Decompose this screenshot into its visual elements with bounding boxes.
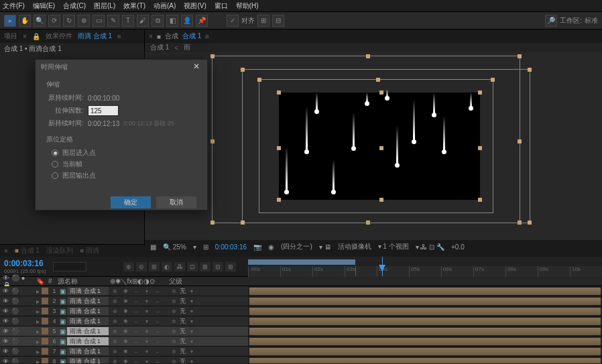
adj-switch[interactable]: ▾: [142, 357, 152, 363]
lock-toggle[interactable]: [20, 347, 28, 355]
solo-toggle[interactable]: ⚫: [11, 357, 19, 363]
parent-value[interactable]: 无: [180, 347, 186, 356]
parent-value[interactable]: 无: [180, 337, 186, 346]
menu-effect[interactable]: 效果(T): [123, 1, 145, 11]
parent-pick[interactable]: ⊚: [169, 307, 178, 315]
active-camera[interactable]: 活动摄像机: [338, 242, 371, 251]
adj-switch[interactable]: ▾: [142, 327, 152, 335]
expand-icon[interactable]: ▸: [36, 328, 40, 335]
3d-switch[interactable]: –: [153, 357, 162, 363]
solo-toggle[interactable]: ⚫: [11, 307, 19, 315]
layer-row[interactable]: 👁 ⚫ ▸ 4 ▣ 雨滴 合成 1 ⊕ ✱ – ▾ – ⊚ 无 ▾: [0, 316, 602, 326]
grid-icon[interactable]: ⊞: [203, 243, 208, 251]
3d-switch[interactable]: –: [153, 287, 162, 295]
adj-switch[interactable]: ▾: [142, 317, 152, 325]
parent-pick[interactable]: ⊚: [169, 287, 178, 295]
expand-icon[interactable]: ▸: [36, 298, 40, 305]
expand-icon[interactable]: ▸: [36, 308, 40, 315]
shy-switch[interactable]: ⊕: [110, 357, 119, 363]
layer-name[interactable]: 雨滴 合成 1: [67, 287, 109, 295]
solo-toggle[interactable]: ⚫: [11, 317, 19, 325]
composition-view[interactable]: [279, 93, 480, 200]
orbit-tool[interactable]: ⟳: [48, 15, 60, 27]
zoom-tool[interactable]: 🔍: [34, 15, 46, 27]
menu-comp[interactable]: 合成(C): [63, 1, 86, 11]
layer-bar[interactable]: [249, 288, 601, 295]
close-button[interactable]: ✕: [191, 62, 202, 72]
expand-icon[interactable]: ▸: [36, 288, 40, 295]
viewer-subtab-2[interactable]: 雨: [184, 43, 190, 52]
3d-switch[interactable]: –: [153, 317, 162, 325]
3d-switch[interactable]: –: [153, 327, 162, 335]
mb-switch[interactable]: –: [131, 307, 141, 315]
mb-switch[interactable]: –: [131, 357, 141, 363]
parent-value[interactable]: 无: [180, 297, 186, 306]
eraser-tool[interactable]: ◧: [166, 15, 178, 27]
adj-switch[interactable]: ▾: [142, 297, 152, 305]
menu-file[interactable]: 文件(F): [3, 1, 25, 11]
menu-view[interactable]: 视图(V): [184, 1, 206, 11]
layer-name[interactable]: 雨滴 合成 1: [67, 297, 109, 305]
adj-switch[interactable]: ▾: [142, 337, 152, 345]
radio-out-point[interactable]: [52, 172, 58, 179]
monitor-icon[interactable]: ▾ 🖥: [319, 243, 331, 251]
fx-switch[interactable]: ✱: [121, 287, 130, 295]
col-num[interactable]: #: [48, 278, 52, 285]
expand-icon[interactable]: ▸: [36, 338, 40, 345]
pen-tool[interactable]: ✎: [107, 15, 119, 27]
menu-help[interactable]: 帮助(H): [236, 1, 259, 11]
label-color[interactable]: [42, 308, 48, 314]
ok-button[interactable]: 确定: [111, 196, 151, 208]
shy-switch[interactable]: ⊕: [110, 317, 119, 325]
snap-opt-2[interactable]: ⊟: [272, 15, 284, 27]
parent-pick[interactable]: ⊚: [169, 357, 178, 363]
mb-switch[interactable]: –: [131, 287, 141, 295]
roto-tool[interactable]: 👤: [181, 15, 193, 27]
lock-toggle[interactable]: [20, 337, 28, 345]
lock-toggle[interactable]: [20, 307, 28, 315]
work-area-end[interactable]: [355, 266, 356, 276]
search-icon[interactable]: 🔎: [545, 15, 557, 27]
tl-icon[interactable]: ⊞: [149, 262, 160, 271]
layer-name[interactable]: 雨滴 合成 1: [67, 307, 109, 315]
adj-switch[interactable]: ▾: [142, 347, 152, 355]
layer-row[interactable]: 👁 ⚫ ▸ 6 ▣ 雨滴 合成 1 ⊕ ✱ – ▾ – ⊚ 无 ▾: [0, 337, 602, 347]
parent-pick[interactable]: ⊚: [169, 297, 178, 305]
expand-icon[interactable]: ▸: [36, 358, 40, 364]
label-color[interactable]: [42, 358, 48, 363]
solo-toggle[interactable]: ⚫: [11, 287, 19, 295]
lock-toggle[interactable]: [20, 317, 28, 325]
camera-icon[interactable]: 📷: [253, 243, 261, 251]
radio-current-frame[interactable]: [52, 161, 58, 168]
expand-icon[interactable]: ▸: [36, 348, 40, 355]
workspace-value[interactable]: 标准: [585, 16, 598, 25]
solo-toggle[interactable]: ⚫: [11, 347, 19, 355]
shy-switch[interactable]: ⊕: [110, 327, 119, 335]
layer-bar[interactable]: [249, 308, 601, 315]
radio-in-point[interactable]: [52, 149, 58, 156]
fx-switch[interactable]: ✱: [121, 327, 130, 335]
playhead[interactable]: [382, 257, 383, 276]
label-color[interactable]: [42, 288, 48, 294]
text-tool[interactable]: T: [122, 15, 134, 27]
resolution[interactable]: (四分之一): [281, 242, 312, 251]
layer-bar[interactable]: [249, 338, 601, 345]
parent-pick[interactable]: ⊚: [169, 317, 178, 325]
label-color[interactable]: [42, 348, 48, 355]
view-opts[interactable]: ▾ 🖧 ⊡ 🔧: [416, 243, 444, 251]
parent-value[interactable]: 无: [180, 317, 186, 326]
layer-bar[interactable]: [249, 318, 601, 325]
parent-value[interactable]: 无: [180, 287, 186, 296]
visibility-toggle[interactable]: 👁: [1, 307, 9, 315]
menu-window[interactable]: 窗口: [215, 1, 228, 11]
visibility-toggle[interactable]: 👁: [1, 327, 9, 335]
timeline-tab-rain[interactable]: ■ 雨滴: [80, 246, 99, 255]
mb-switch[interactable]: –: [131, 337, 141, 345]
cancel-button[interactable]: 取消: [156, 196, 196, 208]
tl-icon[interactable]: ⊡: [187, 262, 198, 271]
layer-name[interactable]: 雨滴 合成 1: [67, 337, 109, 345]
visibility-toggle[interactable]: 👁: [1, 317, 9, 325]
col-parent[interactable]: 父级: [169, 277, 182, 286]
expand-icon[interactable]: ▸: [36, 318, 40, 325]
fx-switch[interactable]: ✱: [121, 307, 130, 315]
